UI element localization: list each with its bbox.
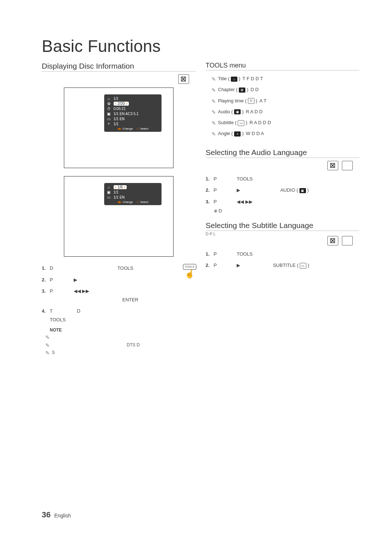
osd-screenshot-2: ⌂ ‹1/6› ▣1/1 ▭1/1 EN ◀▶Change ⏎Select — [64, 176, 173, 257]
osd1-subtitle: 1/1 EN — [114, 117, 159, 121]
tools-item-time: ✎ Playing time ( ⏱ ) A T — [212, 98, 360, 105]
disc-type-icon: ⊠ — [327, 161, 338, 170]
angle-icon: ⌖ — [106, 122, 111, 126]
pencil-icon: ✎ — [212, 119, 216, 127]
audio-icon: ▣ — [106, 190, 111, 194]
audio-icon: ▣ — [299, 188, 306, 193]
tools-item-title: ✎ Title ( ⌂ ) T F D D T — [212, 76, 360, 83]
audio-icon: ▣ — [106, 111, 111, 116]
tools-item-angle: ✎ Angle ( ⌖ ) W D D A — [212, 130, 360, 138]
nav-glyph: ▶ — [74, 277, 77, 282]
osd1-change: Change — [123, 127, 133, 130]
section-heading-subtitle: Selecting the Subtitle Language — [206, 221, 360, 231]
audio-step-3: P◀◀ ▶▶ ※ D — [206, 198, 360, 215]
osd2-audio: 1/1 — [114, 190, 159, 194]
step-3: P ◀◀ ▶▶ ENTER — [42, 288, 196, 303]
disc-type-icon: ⊠ — [178, 74, 189, 84]
time-icon: ⏱ — [106, 106, 111, 111]
section-heading-audio: Selecting the Audio Language — [206, 148, 360, 158]
title-icon: ⌂ — [106, 96, 111, 101]
osd-screenshot-1: ⌂1/1 ✿ ‹2/20› ⏱0:05:21 ▣1/1 EN AC3 5.1 ▭… — [64, 88, 173, 168]
disc-type-icon — [342, 161, 353, 170]
osd1-audio: 1/1 EN AC3 5.1 — [114, 112, 159, 116]
osd2-select: Select — [140, 200, 148, 204]
step-1: D TOOLS TOOLS ☝ — [42, 265, 196, 272]
osd1-angle: 1/1 — [114, 122, 159, 126]
note-item: ✎S — [45, 350, 196, 357]
note-item: ✎ — [45, 334, 196, 341]
tools-item-audio: ✎ Audio ( ▣ ) R A D D — [212, 109, 360, 116]
step-4: T D TOOLS — [42, 308, 196, 323]
nav-glyph: ◀◀ ▶▶ — [74, 288, 90, 294]
audio-step-2: P▶AUDIO ( ▣ ) — [206, 187, 360, 194]
subtitle-icon: ▭ — [300, 263, 306, 269]
osd1-time: 0:05:21 — [114, 107, 159, 111]
pencil-icon: ✎ — [45, 342, 50, 349]
disc-type-icon — [342, 236, 353, 245]
pencil-icon: ✎ — [45, 350, 50, 357]
page-footer: 36 English — [42, 510, 71, 520]
osd2-subtitle: 1/1 EN — [114, 195, 159, 199]
sub-step-2: P▶SUBTITLE ( ▭ ) — [206, 262, 360, 269]
pencil-icon: ✎ — [212, 109, 216, 116]
pencil-icon: ✎ — [212, 76, 216, 83]
note-item: ✎DTS D — [45, 342, 196, 349]
disc-type-icon: ⊠ — [327, 236, 338, 245]
subtitle-note-line: D P L — [206, 232, 360, 236]
osd1-select: Select — [140, 127, 148, 130]
page-number: 36 — [42, 510, 50, 519]
audio-icon: ▣ — [234, 109, 241, 114]
chapter-icon: ✿ — [106, 101, 111, 106]
pencil-icon: ✎ — [212, 98, 216, 105]
subtitle-icon: ▭ — [106, 195, 111, 199]
page-title: Basic Functions — [42, 36, 359, 56]
osd1-title: 1/1 — [114, 97, 159, 101]
pencil-icon: ✎ — [212, 86, 216, 94]
subtitle-steps: PTOOLS P▶SUBTITLE ( ▭ ) — [206, 251, 360, 269]
step-2: P ▶ — [42, 276, 196, 284]
angle-icon: ⌖ — [234, 131, 241, 137]
pencil-icon: ✎ — [45, 334, 50, 341]
audio-step-1: PTOOLS — [206, 175, 360, 183]
title-icon: ⌂ — [106, 185, 111, 189]
chapter-icon: ✿ — [239, 88, 245, 93]
audio-steps: PTOOLS P▶AUDIO ( ▣ ) P◀◀ ▶▶ ※ D — [206, 175, 360, 215]
title-icon: ⌂ — [231, 77, 237, 82]
osd2-title: 1/6 — [118, 185, 123, 189]
sub-step-1: PTOOLS — [206, 251, 360, 258]
time-icon: ⏱ — [248, 98, 254, 104]
tools-menu-heading: TOOLS menu — [206, 62, 360, 70]
subtitle-icon: ▭ — [106, 117, 111, 121]
page-lang: English — [54, 513, 71, 518]
note-label: NOTE — [50, 328, 196, 333]
tools-item-chapter: ✎ Chapter ( ✿ ) D D — [212, 86, 360, 94]
tools-button-graphic: TOOLS — [183, 264, 196, 270]
tools-item-subtitle: ✎ Subtitle ( ▭ ) R A D D D — [212, 119, 360, 127]
pencil-icon: ✎ — [212, 130, 216, 138]
osd1-chapter: 2/20 — [118, 102, 124, 106]
section-heading-disc-info: Displaying Disc Information — [42, 62, 196, 72]
osd2-change: Change — [123, 200, 133, 204]
steps-list: D TOOLS TOOLS ☝ P ▶ P ◀◀ ▶▶ — [42, 265, 196, 323]
subtitle-icon: ▭ — [238, 120, 244, 126]
